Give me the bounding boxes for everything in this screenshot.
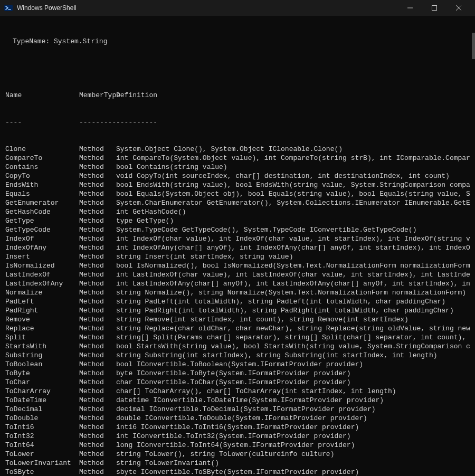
member-type: Method <box>79 414 116 423</box>
member-row: CompareToMethodint CompareTo(System.Obje… <box>5 154 470 163</box>
member-name: ToByte <box>5 369 79 378</box>
member-name: ToSByte <box>5 468 79 476</box>
member-name: Insert <box>5 252 79 261</box>
member-name: ToDecimal <box>5 405 79 414</box>
member-name: IsNormalized <box>5 261 79 270</box>
member-definition: int GetHashCode() <box>116 207 470 216</box>
member-definition: System.Object Clone(), System.Object ICl… <box>116 145 470 154</box>
member-name: CompareTo <box>5 154 79 163</box>
member-name: Replace <box>5 324 79 333</box>
member-type: Method <box>79 234 116 243</box>
member-row: CopyToMethodvoid CopyTo(int sourceIndex,… <box>5 172 470 180</box>
member-row: ToBooleanMethodbool IConvertible.ToBoole… <box>5 360 470 369</box>
member-name: ToInt64 <box>5 441 79 450</box>
member-definition: string ToLower(), string ToLower(culture… <box>116 450 470 459</box>
member-type: Method <box>79 243 116 252</box>
member-type: Method <box>79 279 116 288</box>
member-row: ToInt16Methodint16 IConvertible.ToInt16(… <box>5 423 470 432</box>
member-row: GetTypeCodeMethodSystem.TypeCode GetType… <box>5 225 470 234</box>
member-type: Method <box>79 441 116 450</box>
member-type: Method <box>79 315 116 324</box>
member-name: PadRight <box>5 306 79 315</box>
header-definition: Definition <box>116 91 470 100</box>
member-type: Method <box>79 172 116 180</box>
member-definition: string PadRight(int totalWidth), string … <box>116 306 470 315</box>
dash-definition: ---------- <box>116 118 470 127</box>
member-definition: string Replace(char oldChar, char newCha… <box>116 324 470 333</box>
member-definition: int IndexOfAny(char[] anyOf), int IndexO… <box>116 243 470 252</box>
member-row: GetEnumeratorMethodSystem.CharEnumerator… <box>5 198 470 207</box>
vertical-scrollbar[interactable] <box>471 16 475 476</box>
member-name: ToChar <box>5 378 79 387</box>
member-type: Method <box>79 378 116 387</box>
header-row: Name MemberType Definition <box>5 91 470 100</box>
terminal-output[interactable]: TypeName: System.String Name MemberType … <box>0 16 475 476</box>
member-type: Method <box>79 252 116 261</box>
maximize-button[interactable] <box>422 0 446 16</box>
member-name: ToLowerInvariant <box>5 459 79 468</box>
member-row: LastIndexOfMethodint LastIndexOf(char va… <box>5 270 470 279</box>
member-row: EqualsMethodbool Equals(System.Object ob… <box>5 189 470 198</box>
member-name: Contains <box>5 163 79 172</box>
member-type: Method <box>79 163 116 172</box>
member-definition: string ToLowerInvariant() <box>116 459 470 468</box>
member-name: Split <box>5 333 79 342</box>
member-row: ToCharMethodchar IConvertible.ToChar(Sys… <box>5 378 470 387</box>
member-row: ToDoubleMethoddouble IConvertible.ToDoub… <box>5 414 470 423</box>
member-row: ReplaceMethodstring Replace(char oldChar… <box>5 324 470 333</box>
member-definition: char IConvertible.ToChar(System.IFormatP… <box>116 378 470 387</box>
member-definition: double IConvertible.ToDouble(System.IFor… <box>116 414 470 423</box>
member-type: Method <box>79 189 116 198</box>
member-name: ToLower <box>5 450 79 459</box>
member-name: IndexOf <box>5 234 79 243</box>
window-title: Windows PowerShell <box>17 4 77 13</box>
minimize-button[interactable] <box>398 0 422 16</box>
member-row: LastIndexOfAnyMethodint LastIndexOfAny(c… <box>5 279 470 288</box>
member-definition: char[] ToCharArray(), char[] ToCharArray… <box>116 387 470 396</box>
svg-rect-0 <box>4 5 13 11</box>
member-name: LastIndexOf <box>5 270 79 279</box>
member-type: Method <box>79 423 116 432</box>
member-definition: string Remove(int startIndex, int count)… <box>116 315 470 324</box>
member-name: GetType <box>5 216 79 225</box>
member-row: EndsWithMethodbool EndsWith(string value… <box>5 180 470 189</box>
member-name: CopyTo <box>5 172 79 180</box>
window-titlebar[interactable]: Windows PowerShell <box>0 0 475 16</box>
close-button[interactable] <box>446 0 471 16</box>
member-name: GetEnumerator <box>5 198 79 207</box>
member-type: Method <box>79 324 116 333</box>
member-name: StartsWith <box>5 342 79 351</box>
typename-line: TypeName: System.String <box>5 37 470 46</box>
member-definition: void CopyTo(int sourceIndex, char[] dest… <box>116 172 470 180</box>
member-name: Remove <box>5 315 79 324</box>
member-type: Method <box>79 180 116 189</box>
member-name: IndexOfAny <box>5 243 79 252</box>
member-row: IndexOfMethodint IndexOf(char value), in… <box>5 234 470 243</box>
member-definition: string Substring(int startIndex), string… <box>116 351 470 360</box>
member-row: GetTypeMethodtype GetType() <box>5 216 470 225</box>
member-type: Method <box>79 297 116 306</box>
header-name: Name <box>5 91 79 100</box>
member-definition: bool StartsWith(string value), bool Star… <box>116 342 470 351</box>
member-definition: long IConvertible.ToInt64(System.IFormat… <box>116 441 470 450</box>
member-type: Method <box>79 369 116 378</box>
member-type: Method <box>79 342 116 351</box>
member-type: Method <box>79 216 116 225</box>
member-name: ToBoolean <box>5 360 79 369</box>
member-definition: string Insert(int startIndex, string val… <box>116 252 470 261</box>
member-type: Method <box>79 288 116 297</box>
member-row: ToDateTimeMethoddatetime IConvertible.To… <box>5 396 470 405</box>
member-definition: datetime IConvertible.ToDateTime(System.… <box>116 396 470 405</box>
member-definition: bool Equals(System.Object obj), bool Equ… <box>116 189 470 198</box>
member-definition: bool EndsWith(string value), bool EndsWi… <box>116 180 470 189</box>
member-name: ToDouble <box>5 414 79 423</box>
member-name: ToCharArray <box>5 387 79 396</box>
scroll-thumb[interactable] <box>472 33 475 59</box>
member-row: RemoveMethodstring Remove(int startIndex… <box>5 315 470 324</box>
header-membertype: MemberType <box>79 91 116 100</box>
member-row: ToInt32Methodint IConvertible.ToInt32(Sy… <box>5 432 470 441</box>
member-row: SplitMethodstring[] Split(Params char[] … <box>5 333 470 342</box>
dash-membertype: ---------- <box>79 118 116 127</box>
member-name: Substring <box>5 351 79 360</box>
member-type: Method <box>79 450 116 459</box>
